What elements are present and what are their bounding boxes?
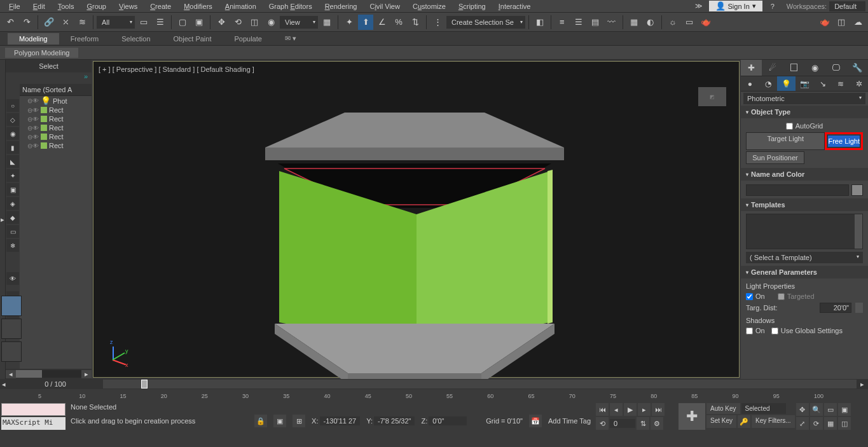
schematic-view-button[interactable]: ▦ [626,15,642,30]
filter-all-icon[interactable]: 👁 [6,272,19,285]
sample-slot[interactable] [1,319,22,339]
toggle-ribbon-button[interactable]: ▤ [588,15,603,30]
targ-dist-input[interactable]: 20'0" [820,303,851,313]
coord-y[interactable]: -7'8 25/32" [374,416,415,425]
use-global-checkbox[interactable] [771,327,778,334]
time-slider-thumb[interactable] [141,380,148,389]
ribbon-panel-polygon-modeling[interactable]: Polygon Modeling [5,48,78,58]
zoom-all-button[interactable]: ▣ [838,403,851,416]
create-helpers-button[interactable]: ↘ [813,76,832,91]
render-quick-button[interactable]: 🫖 [817,15,832,30]
menu-modifiers[interactable]: Modifiers [177,3,219,10]
window-crossing-button[interactable]: ▣ [191,15,207,30]
coord-x[interactable]: -130'11 27 [320,416,361,425]
add-time-tag[interactable]: Add Time Tag [548,417,591,425]
object-name-input[interactable] [746,184,849,196]
zoom-extents-button[interactable]: ⤢ [796,417,809,430]
filter-lights-icon[interactable]: ◉ [6,127,19,140]
set-key-button[interactable]: Set Key [706,415,736,428]
selection-filter-dropdown[interactable]: All [97,16,135,29]
filter-xrefs-icon[interactable]: ◈ [6,197,19,210]
target-light-button[interactable]: Target Light [746,132,825,150]
angle-snap-button[interactable]: ∠ [375,15,390,30]
workspace-dropdown[interactable]: Default [829,1,865,11]
coord-display-button[interactable]: ⊞ [293,415,305,427]
time-config-button[interactable]: ⚙ [651,417,663,430]
filter-frozen-icon[interactable]: ❄ [6,239,19,252]
menu-animation[interactable]: Animation [219,3,263,10]
menu-create[interactable]: Create [144,3,177,10]
render-setup-button[interactable]: ☼ [665,15,680,30]
current-frame-input[interactable]: 0 [610,419,635,428]
cp-tab-modify[interactable]: ☄ [762,60,783,76]
menu-scripting[interactable]: Scripting [452,3,492,10]
zoom-view-button[interactable]: 🔍 [810,403,823,416]
unlink-button[interactable]: ⤫ [58,15,73,30]
orbit-button[interactable]: ⟳ [810,417,823,430]
snap-toggle-button[interactable]: ⬆ [358,15,373,30]
filter-spacewarps-icon[interactable]: ✦ [6,169,19,182]
placement-button[interactable]: ◉ [263,15,279,30]
viewport-label[interactable]: [ + ] [ Perspective ] [ Standard ] [ Def… [99,65,254,73]
menu-customize[interactable]: Customize [406,3,452,10]
scale-button[interactable]: ◫ [247,15,262,30]
ref-coord-dropdown[interactable]: View [280,16,318,29]
create-systems-button[interactable]: ✲ [850,76,868,91]
scene-explorer-pin[interactable]: » [6,72,92,84]
auto-key-button[interactable]: Auto Key [706,403,740,414]
maxscript-input[interactable] [1,403,65,416]
shadows-on-checkbox[interactable] [746,327,753,334]
move-button[interactable]: ✥ [214,15,229,30]
render-frame-button[interactable]: ▭ [682,15,697,30]
menu-grapheditors[interactable]: Graph Editors [263,3,319,10]
percent-snap-button[interactable]: % [391,15,406,30]
tree-row[interactable]: ⊖👁Rect [20,114,92,123]
rollout-templates[interactable]: Templates [741,198,868,211]
min-max-button[interactable]: ◫ [838,417,851,430]
ribbon-tab-selection[interactable]: Selection [110,33,162,45]
set-key-big-button[interactable]: ✚ [679,403,705,430]
select-object-button[interactable]: ▭ [136,15,151,30]
align-button[interactable]: ≡ [555,15,570,30]
rollout-object-type[interactable]: Object Type [741,106,868,118]
undo-button[interactable]: ↶ [3,15,18,30]
create-cameras-button[interactable]: 📷 [796,76,814,91]
spinner-snap-button[interactable]: ⇅ [408,15,423,30]
sample-slot[interactable] [1,341,22,362]
filter-containers-icon[interactable]: ▭ [6,225,19,238]
select-by-name-button[interactable]: ☰ [153,15,168,30]
scene-scrollbar[interactable]: ◂▸ [6,369,92,379]
filter-shapes-icon[interactable]: ◇ [6,113,19,126]
filter-groups-icon[interactable]: ▣ [6,183,19,196]
next-frame-button[interactable]: ▸ [638,403,651,416]
fov-button[interactable]: ▭ [824,403,837,416]
signin-button[interactable]: 👤Sign In ▾ [709,1,762,11]
coord-z[interactable]: 0'0" [429,416,467,425]
time-slider[interactable]: ◂ 0 / 100 ▸ [0,379,868,389]
cp-tab-motion[interactable]: ◉ [804,60,825,76]
filter-cameras-icon[interactable]: ▮ [6,141,19,154]
cp-tab-display[interactable]: 🖵 [825,60,846,76]
menu-interactive[interactable]: Interactive [492,3,537,10]
named-selset-dropdown[interactable]: Create Selection Se [446,16,525,29]
tree-row[interactable]: ⊖👁Rect [20,123,92,132]
cp-tab-create[interactable]: ✚ [741,60,762,76]
menu-file[interactable]: File [3,3,27,10]
tree-row[interactable]: ⊖👁Rect [20,141,92,150]
viewport[interactable]: [ + ] [ Perspective ] [ Standard ] [ Def… [93,61,740,378]
filter-geometry-icon[interactable]: ○ [6,99,19,112]
material-editor-button[interactable]: ◐ [643,15,658,30]
ribbon-tab-objectpaint[interactable]: Object Paint [162,33,223,45]
mirror-button[interactable]: ◧ [532,15,548,30]
maximize-viewport-button[interactable]: ▦ [824,417,837,430]
light-on-checkbox[interactable] [746,293,753,300]
targeted-checkbox[interactable] [778,293,785,300]
key-icon[interactable]: 🔑 [738,415,750,428]
sample-slot[interactable] [1,296,22,316]
template-list[interactable] [746,214,863,249]
ribbon-tab-populate[interactable]: Populate [223,33,273,45]
create-category-dropdown[interactable]: Photometric [743,93,865,104]
frame-spinner[interactable]: ⇅ [637,417,649,430]
tree-row[interactable]: ⊖👁Rect [20,106,92,114]
menu-edit[interactable]: Edit [27,3,52,10]
